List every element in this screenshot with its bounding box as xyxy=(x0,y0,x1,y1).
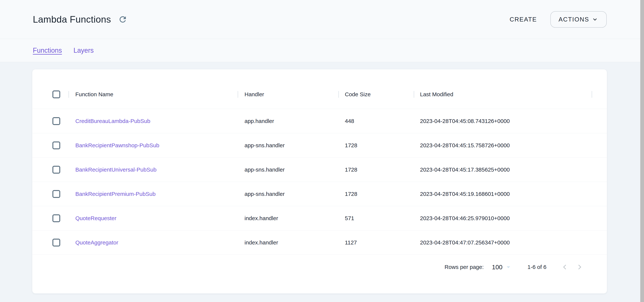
column-header-code-size: Code Size xyxy=(345,91,420,98)
column-divider xyxy=(338,91,339,98)
page-title: Lambda Functions xyxy=(33,14,111,25)
handler-cell: index.handler xyxy=(244,215,345,221)
last-modified-cell: 2023-04-28T04:47:07.256347+0000 xyxy=(420,239,592,246)
functions-table-card: Function Name Handler Code Size Last Mod… xyxy=(32,69,607,293)
handler-cell: app-sns.handler xyxy=(244,167,345,173)
refresh-button[interactable] xyxy=(116,13,129,26)
handler-cell: app-sns.handler xyxy=(244,191,345,197)
last-modified-cell: 2023-04-28T04:45:08.743126+0000 xyxy=(420,118,592,124)
code-size-cell: 571 xyxy=(345,215,420,221)
row-checkbox[interactable] xyxy=(52,117,60,125)
table-row: CreditBureauLambda-PubSub app.handler 44… xyxy=(32,109,607,133)
rows-per-page-value: 100 xyxy=(492,263,503,271)
arrow-dropdown-icon xyxy=(504,263,512,271)
last-modified-cell: 2023-04-28T04:45:17.385625+0000 xyxy=(420,167,592,173)
table-header-row: Function Name Handler Code Size Last Mod… xyxy=(32,80,607,109)
column-divider xyxy=(238,91,238,98)
last-modified-cell: 2023-04-28T04:45:19.168601+0000 xyxy=(420,191,592,197)
function-name-link[interactable]: BankRecipientUniversal-PubSub xyxy=(75,167,156,173)
last-modified-cell: 2023-04-28T04:46:25.979010+0000 xyxy=(420,215,592,221)
column-divider xyxy=(68,91,69,98)
code-size-cell: 448 xyxy=(345,118,420,124)
last-modified-cell: 2023-04-28T04:45:15.758726+0000 xyxy=(420,142,592,148)
chevron-right-icon xyxy=(575,263,584,271)
function-name-link[interactable]: BankRecipientPremium-PubSub xyxy=(75,191,156,197)
function-name-link[interactable]: QuoteRequester xyxy=(75,215,116,221)
handler-cell: app.handler xyxy=(244,118,345,124)
top-bar: Lambda Functions CREATE ACTIONS xyxy=(0,0,640,39)
tab-functions[interactable]: Functions xyxy=(33,47,62,54)
column-header-function-name: Function Name xyxy=(75,91,244,98)
code-size-cell: 1127 xyxy=(345,239,420,246)
rows-per-page-label: Rows per page: xyxy=(444,264,484,270)
handler-cell: app-sns.handler xyxy=(244,142,345,148)
table-row: BankRecipientPawnshop-PubSub app-sns.han… xyxy=(32,133,607,158)
chevron-down-icon xyxy=(592,16,598,23)
code-size-cell: 1728 xyxy=(345,142,420,148)
table-row: BankRecipientUniversal-PubSub app-sns.ha… xyxy=(32,158,607,182)
function-name-link[interactable]: BankRecipientPawnshop-PubSub xyxy=(75,142,159,148)
handler-cell: index.handler xyxy=(244,239,345,246)
page-scrollbar[interactable] xyxy=(640,0,644,302)
row-checkbox[interactable] xyxy=(52,214,60,222)
previous-page-button[interactable] xyxy=(558,260,572,274)
tab-layers[interactable]: Layers xyxy=(74,47,94,54)
code-size-cell: 1728 xyxy=(345,191,420,197)
table-row: QuoteAggregator index.handler 1127 2023-… xyxy=(32,230,607,255)
rows-per-page-select[interactable]: 100 xyxy=(492,263,513,271)
create-button[interactable]: CREATE xyxy=(507,14,539,25)
row-checkbox[interactable] xyxy=(52,166,60,174)
chevron-left-icon xyxy=(561,263,569,271)
actions-button[interactable]: ACTIONS xyxy=(550,11,607,28)
table-row: QuoteRequester index.handler 571 2023-04… xyxy=(32,206,607,230)
tab-bar: Functions Layers xyxy=(0,39,640,62)
next-page-button[interactable] xyxy=(572,260,587,274)
function-name-link[interactable]: CreditBureauLambda-PubSub xyxy=(75,118,150,124)
lambda-functions-page: Lambda Functions CREATE ACTIONS Function… xyxy=(0,0,640,302)
pagination: Rows per page: 100 1-6 of 6 xyxy=(32,255,607,279)
refresh-icon xyxy=(118,15,128,24)
select-all-checkbox[interactable] xyxy=(52,90,60,98)
row-checkbox[interactable] xyxy=(52,239,60,246)
function-name-link[interactable]: QuoteAggregator xyxy=(75,239,118,246)
column-divider xyxy=(592,91,592,98)
column-divider xyxy=(414,91,414,98)
row-checkbox[interactable] xyxy=(52,141,60,149)
column-header-last-modified: Last Modified xyxy=(420,91,592,98)
code-size-cell: 1728 xyxy=(345,167,420,173)
row-checkbox[interactable] xyxy=(52,190,60,198)
page-range-label: 1-6 of 6 xyxy=(528,264,546,270)
actions-button-label: ACTIONS xyxy=(558,16,589,23)
table-row: BankRecipientPremium-PubSub app-sns.hand… xyxy=(32,182,607,206)
column-header-handler: Handler xyxy=(244,91,345,98)
